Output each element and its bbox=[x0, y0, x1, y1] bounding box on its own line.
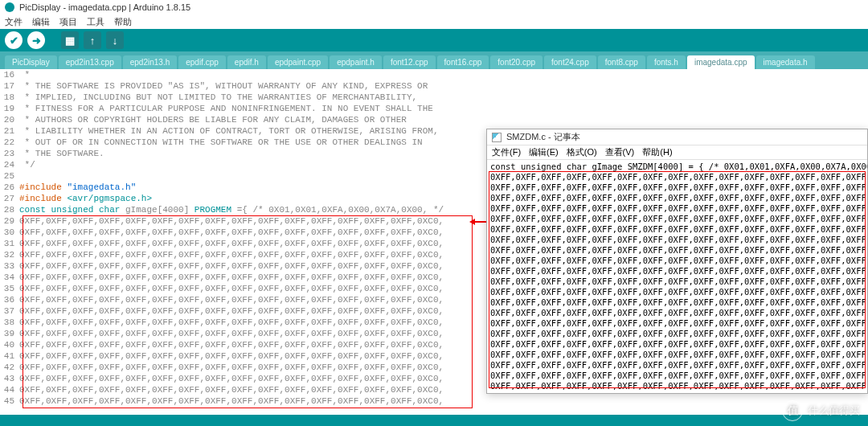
line-number: 44 bbox=[0, 384, 19, 395]
code-text[interactable]: 0XFF,0XFF,0XFF,0XFF,0XFF,0XFF,0XFF,0XFF,… bbox=[19, 317, 444, 328]
code-line[interactable]: 20 * AUTHORS OR COPYRIGHT HOLDERS BE LIA… bbox=[0, 114, 868, 125]
window-title: PicDisplay - imagedata.cpp | Arduino 1.8… bbox=[19, 2, 190, 12]
line-number: 43 bbox=[0, 373, 19, 384]
code-line[interactable]: 18 * IMPLIED, INCLUDING BUT NOT LIMITED … bbox=[0, 92, 868, 103]
np-menu-file[interactable]: 文件(F) bbox=[492, 146, 521, 158]
code-text[interactable]: #include <avr/pgmspace.h> bbox=[19, 193, 152, 204]
line-number: 28 bbox=[0, 204, 19, 215]
tab-font16-cpp[interactable]: font16.cpp bbox=[437, 55, 489, 69]
line-number: 23 bbox=[0, 148, 19, 159]
open-button[interactable]: ↑ bbox=[84, 31, 101, 49]
code-text[interactable]: * THE SOFTWARE IS PROVIDED "AS IS", WITH… bbox=[19, 80, 428, 92]
code-text[interactable]: 0XFF,0XFF,0XFF,0XFF,0XFF,0XFF,0XFF,0XFF,… bbox=[19, 272, 444, 283]
notepad-body[interactable]: const unsigned char gImage_SMZDM[4000] =… bbox=[487, 160, 867, 393]
code-text[interactable]: 0XFF,0XFF,0XFF,0XFF,0XFF,0XFF,0XFF,0XFF,… bbox=[19, 384, 444, 395]
line-number: 22 bbox=[0, 137, 19, 148]
tab-epdpaint-cpp[interactable]: epdpaint.cpp bbox=[268, 55, 328, 69]
code-text[interactable]: * OUT OF OR IN CONNECTION WITH THE SOFTW… bbox=[19, 137, 423, 148]
new-button[interactable]: ▦ bbox=[61, 31, 79, 49]
tab-imagedata-h[interactable]: imagedata.h bbox=[756, 55, 815, 69]
line-number: 24 bbox=[0, 159, 19, 170]
code-text[interactable]: * FITNESS FOR A PARTICULAR PURPOSE AND N… bbox=[19, 103, 433, 114]
code-text[interactable]: 0XFF,0XFF,0XFF,0XFF,0XFF,0XFF,0XFF,0XFF,… bbox=[19, 238, 444, 249]
line-number: 40 bbox=[0, 339, 19, 350]
code-text[interactable]: 0XFF,0XFF,0XFF,0XFF,0XFF,0XFF,0XFF,0XFF,… bbox=[19, 350, 444, 362]
code-text[interactable]: * bbox=[19, 69, 30, 80]
code-text[interactable]: 0XFF,0XFF,0XFF,0XFF,0XFF,0XFF,0XFF,0XFF,… bbox=[19, 395, 444, 407]
tab-epd2in13-h[interactable]: epd2in13.h bbox=[123, 55, 178, 69]
tab-font12-cpp[interactable]: font12.cpp bbox=[383, 55, 436, 69]
notepad-titlebar: SMZDM.c - 记事本 bbox=[487, 129, 867, 145]
line-number: 37 bbox=[0, 305, 19, 317]
code-line[interactable]: 16 * bbox=[0, 69, 868, 80]
tab-fonts-h[interactable]: fonts.h bbox=[647, 55, 686, 69]
line-number: 17 bbox=[0, 80, 19, 92]
tab-epdpaint-h[interactable]: epdpaint.h bbox=[330, 55, 382, 69]
menu-sketch[interactable]: 项目 bbox=[59, 16, 77, 28]
tab-font24-cpp[interactable]: font24.cpp bbox=[544, 55, 596, 69]
line-number: 31 bbox=[0, 238, 19, 249]
code-text[interactable]: 0XFF,0XFF,0XFF,0XFF,0XFF,0XFF,0XFF,0XFF,… bbox=[19, 283, 444, 294]
line-number: 29 bbox=[0, 215, 19, 227]
code-text[interactable]: * LIABILITY WHETHER IN AN ACTION OF CONT… bbox=[19, 125, 439, 137]
code-text[interactable]: 0XFF,0XFF,0XFF,0XFF,0XFF,0XFF,0XFF,0XFF,… bbox=[19, 215, 444, 227]
notepad-menu: 文件(F) 编辑(E) 格式(O) 查看(V) 帮助(H) bbox=[487, 145, 867, 160]
menu-help[interactable]: 帮助 bbox=[114, 16, 132, 28]
notepad-title: SMZDM.c - 记事本 bbox=[506, 131, 580, 143]
code-text[interactable]: 0XFF,0XFF,0XFF,0XFF,0XFF,0XFF,0XFF,0XFF,… bbox=[19, 339, 444, 350]
tab-epdif-cpp[interactable]: epdif.cpp bbox=[178, 55, 226, 69]
tab-font8-cpp[interactable]: font8.cpp bbox=[598, 55, 645, 69]
menu-edit[interactable]: 编辑 bbox=[32, 16, 50, 28]
tab-epdif-h[interactable]: epdif.h bbox=[227, 55, 266, 69]
np-menu-edit[interactable]: 编辑(E) bbox=[529, 146, 559, 158]
line-number: 45 bbox=[0, 395, 19, 407]
code-line[interactable]: 450XFF,0XFF,0XFF,0XFF,0XFF,0XFF,0XFF,0XF… bbox=[0, 395, 868, 407]
notepad-window[interactable]: SMZDM.c - 记事本 文件(F) 编辑(E) 格式(O) 查看(V) 帮助… bbox=[486, 129, 868, 394]
code-text[interactable]: 0XFF,0XFF,0XFF,0XFF,0XFF,0XFF,0XFF,0XFF,… bbox=[19, 249, 444, 260]
np-menu-help[interactable]: 帮助(H) bbox=[642, 146, 672, 158]
line-number: 18 bbox=[0, 92, 19, 103]
np-menu-view[interactable]: 查看(V) bbox=[605, 146, 635, 158]
line-number: 26 bbox=[0, 182, 19, 193]
status-bar bbox=[0, 415, 868, 426]
code-text[interactable]: * THE SOFTWARE. bbox=[19, 148, 104, 159]
upload-button[interactable]: ➜ bbox=[27, 31, 45, 49]
watermark: 值 什么值得买 bbox=[782, 400, 860, 421]
code-text[interactable]: const unsigned char gImage[4000] PROGMEM… bbox=[19, 204, 444, 215]
code-line[interactable]: 17 * THE SOFTWARE IS PROVIDED "AS IS", W… bbox=[0, 80, 868, 92]
menu-file[interactable]: 文件 bbox=[5, 16, 23, 28]
menu-tools[interactable]: 工具 bbox=[87, 16, 104, 28]
toolbar: ✔ ➜ ▦ ↑ ↓ bbox=[0, 29, 868, 51]
tab-bar: PicDisplayepd2in13.cppepd2in13.hepdif.cp… bbox=[0, 51, 868, 69]
code-text[interactable]: #include "imagedata.h" bbox=[19, 182, 136, 193]
tab-font20-cpp[interactable]: font20.cpp bbox=[490, 55, 542, 69]
code-text[interactable]: 0XFF,0XFF,0XFF,0XFF,0XFF,0XFF,0XFF,0XFF,… bbox=[19, 294, 444, 305]
code-text[interactable]: 0XFF,0XFF,0XFF,0XFF,0XFF,0XFF,0XFF,0XFF,… bbox=[19, 227, 444, 238]
code-text[interactable]: * AUTHORS OR COPYRIGHT HOLDERS BE LIABLE… bbox=[19, 114, 407, 125]
save-button[interactable]: ↓ bbox=[106, 31, 124, 49]
code-line[interactable]: 19 * FITNESS FOR A PARTICULAR PURPOSE AN… bbox=[0, 103, 868, 114]
verify-button[interactable]: ✔ bbox=[5, 31, 23, 49]
code-text[interactable]: */ bbox=[19, 159, 35, 170]
watermark-icon: 值 bbox=[782, 400, 803, 421]
line-number: 42 bbox=[0, 362, 19, 373]
line-number: 19 bbox=[0, 103, 19, 114]
code-text[interactable]: 0XFF,0XFF,0XFF,0XFF,0XFF,0XFF,0XFF,0XFF,… bbox=[19, 362, 444, 373]
window-titlebar: PicDisplay - imagedata.cpp | Arduino 1.8… bbox=[0, 0, 868, 14]
code-text[interactable]: 0XFF,0XFF,0XFF,0XFF,0XFF,0XFF,0XFF,0XFF,… bbox=[19, 305, 444, 317]
line-number: 27 bbox=[0, 193, 19, 204]
tab-PicDisplay[interactable]: PicDisplay bbox=[5, 55, 57, 69]
tab-epd2in13-cpp[interactable]: epd2in13.cpp bbox=[59, 55, 121, 69]
line-number: 34 bbox=[0, 272, 19, 283]
line-number: 20 bbox=[0, 114, 19, 125]
code-text[interactable]: 0XFF,0XFF,0XFF,0XFF,0XFF,0XFF,0XFF,0XFF,… bbox=[19, 373, 444, 384]
line-number: 30 bbox=[0, 227, 19, 238]
line-number: 25 bbox=[0, 170, 19, 182]
code-text[interactable]: * IMPLIED, INCLUDING BUT NOT LIMITED TO … bbox=[19, 92, 417, 103]
tab-imagedata-cpp[interactable]: imagedata.cpp bbox=[687, 55, 755, 69]
line-number: 39 bbox=[0, 328, 19, 339]
code-text[interactable]: 0XFF,0XFF,0XFF,0XFF,0XFF,0XFF,0XFF,0XFF,… bbox=[19, 328, 444, 339]
np-menu-format[interactable]: 格式(O) bbox=[567, 146, 597, 158]
arduino-icon bbox=[5, 2, 14, 12]
code-text[interactable]: 0XFF,0XFF,0XFF,0XFF,0XFF,0XFF,0XFF,0XFF,… bbox=[19, 260, 444, 272]
